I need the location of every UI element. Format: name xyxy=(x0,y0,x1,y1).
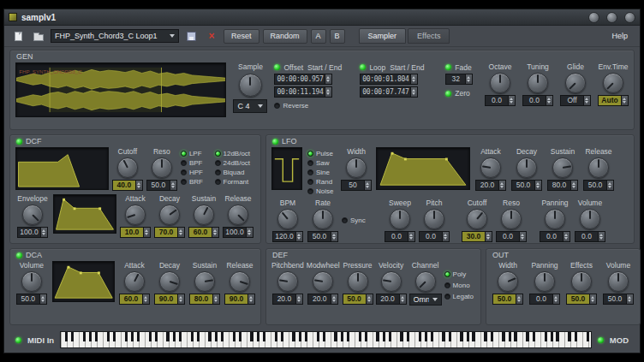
spin-arrows[interactable] xyxy=(465,74,472,84)
dcf-decay-spinbox[interactable]: 70.0 xyxy=(154,227,185,238)
dca-decay-spinbox[interactable]: 90.0 xyxy=(154,294,185,305)
dcf-sustain-spinbox[interactable]: 60.0 xyxy=(188,227,219,238)
dcf-type-bpf[interactable]: BPF xyxy=(181,158,212,167)
help-button[interactable]: Help xyxy=(605,30,635,42)
def-pressure-spinbox[interactable]: 50.0 xyxy=(343,294,373,305)
spin-arrows[interactable] xyxy=(364,181,371,190)
close-button[interactable] xyxy=(624,12,635,23)
spin-arrows[interactable] xyxy=(598,232,605,241)
envelope-handle[interactable] xyxy=(391,152,394,155)
dcf-slope-biquad[interactable]: Biquad xyxy=(215,168,256,176)
def-pitchbend-knob[interactable] xyxy=(277,271,298,292)
spin-arrows[interactable] xyxy=(626,294,633,304)
lfo-shape-sine[interactable]: Sine xyxy=(307,168,337,176)
dcf-slope-12db[interactable]: 12dB/oct xyxy=(215,149,256,157)
out-panning-spinbox[interactable]: 0.0 xyxy=(529,294,560,305)
spin-arrows[interactable] xyxy=(498,181,505,190)
spin-arrows[interactable] xyxy=(212,294,219,304)
dca-attack-spinbox[interactable]: 60.0 xyxy=(119,294,150,305)
spin-arrows[interactable] xyxy=(177,294,184,304)
spin-arrows[interactable] xyxy=(135,181,142,190)
octave-knob[interactable] xyxy=(490,73,510,93)
def-channel-combobox[interactable]: Omni xyxy=(409,294,442,306)
spin-arrows[interactable] xyxy=(143,228,150,237)
lfo-width-spinbox[interactable]: 50 xyxy=(341,180,372,191)
envelope-handle[interactable] xyxy=(404,158,407,161)
dca-attack-knob[interactable] xyxy=(124,271,145,292)
spin-arrows[interactable] xyxy=(508,96,515,105)
lfo-attack-spinbox[interactable]: 20.0 xyxy=(475,180,506,191)
spin-arrows[interactable] xyxy=(39,294,46,304)
lfo-attack-knob[interactable] xyxy=(480,157,501,178)
lfo-bpm-spinbox[interactable]: 120.0 xyxy=(272,231,303,242)
loop-start-spinbox[interactable]: 00:00:01.804 xyxy=(360,74,418,85)
lfo-led[interactable] xyxy=(272,139,278,145)
def-mode-poly[interactable]: Poly xyxy=(444,270,475,278)
lfo-shape-rand[interactable]: Rand xyxy=(307,177,337,186)
dcf-type-brf[interactable]: BRF xyxy=(181,177,212,186)
offset-end-spinbox[interactable]: 00:00:11.194 xyxy=(274,86,332,98)
spin-arrows[interactable] xyxy=(177,228,184,237)
lfo-shape-noise[interactable]: Noise xyxy=(307,187,337,195)
dcf-envelope-knob[interactable] xyxy=(22,205,43,225)
dca-volume-knob[interactable] xyxy=(21,271,42,292)
compare-b-button[interactable]: B xyxy=(330,29,345,44)
lfo-decay-knob[interactable] xyxy=(516,157,537,178)
spin-arrows[interactable] xyxy=(325,87,331,97)
tuning-spinbox[interactable]: 0.0 xyxy=(522,95,553,106)
spin-arrows[interactable] xyxy=(295,294,302,304)
out-volume-knob[interactable] xyxy=(608,271,629,292)
spin-arrows[interactable] xyxy=(142,294,149,304)
lfo-panning-spinbox[interactable]: 0.0 xyxy=(540,231,570,242)
dcf-attack-knob[interactable] xyxy=(125,205,146,225)
spin-arrows[interactable] xyxy=(246,228,253,237)
lfo-pitch-knob[interactable] xyxy=(424,209,444,229)
spin-arrows[interactable] xyxy=(170,181,176,190)
spin-arrows[interactable] xyxy=(410,74,417,84)
def-velocity-spinbox[interactable]: 20.0 xyxy=(376,294,407,305)
spin-arrows[interactable] xyxy=(212,228,218,237)
spin-arrows[interactable] xyxy=(546,96,552,105)
envtime-knob[interactable] xyxy=(603,73,623,93)
lfo-cutoff-spinbox[interactable]: 30.0 xyxy=(462,231,492,242)
spin-arrows[interactable] xyxy=(583,96,590,105)
reverse-checkbox[interactable]: Reverse xyxy=(274,101,353,110)
out-effects-knob[interactable] xyxy=(571,271,592,292)
preset-combobox[interactable]: FHP_Synth_Chord3_C Loop1 xyxy=(51,29,179,43)
spin-arrows[interactable] xyxy=(408,232,414,241)
spin-arrows[interactable] xyxy=(570,181,577,190)
dca-sustain-knob[interactable] xyxy=(194,271,215,292)
dcf-slope-24db[interactable]: 24dB/oct xyxy=(215,158,256,167)
dca-decay-knob[interactable] xyxy=(159,271,180,292)
lfo-width-knob[interactable] xyxy=(346,157,367,178)
spin-arrows[interactable] xyxy=(442,232,449,241)
spin-arrows[interactable] xyxy=(516,294,522,304)
spin-arrows[interactable] xyxy=(519,232,526,241)
envelope-handle[interactable] xyxy=(98,207,101,210)
dcf-type-lpf[interactable]: LPF xyxy=(181,149,212,157)
dcf-type-hpf[interactable]: HPF xyxy=(181,168,212,176)
lfo-sustain-knob[interactable] xyxy=(552,157,573,178)
dca-release-knob[interactable] xyxy=(230,271,250,292)
lfo-shape-saw[interactable]: Saw xyxy=(307,158,337,167)
lfo-release-knob[interactable] xyxy=(588,157,609,178)
dca-sustain-spinbox[interactable]: 80.0 xyxy=(189,294,220,305)
lfo-wave-display[interactable] xyxy=(271,147,302,190)
def-modwheel-spinbox[interactable]: 20.0 xyxy=(307,294,338,305)
lfo-rate-knob[interactable] xyxy=(313,209,333,229)
tab-effects[interactable]: Effects xyxy=(408,28,450,44)
def-modwheel-knob[interactable] xyxy=(313,271,333,292)
fade-toggle[interactable]: Fade xyxy=(445,63,471,72)
dca-envelope-display[interactable] xyxy=(52,261,115,302)
lfo-sweep-spinbox[interactable]: 0.0 xyxy=(385,231,415,242)
envelope-handle[interactable] xyxy=(80,272,82,275)
lfo-envelope-display[interactable] xyxy=(376,147,470,190)
lfo-bpm-knob[interactable] xyxy=(277,209,298,229)
dca-led[interactable] xyxy=(16,252,22,258)
delete-preset-button[interactable]: × xyxy=(203,28,220,45)
spin-arrows[interactable] xyxy=(295,232,302,241)
spin-arrows[interactable] xyxy=(563,232,569,241)
reset-button[interactable]: Reset xyxy=(224,29,259,44)
maximize-button[interactable] xyxy=(606,12,617,23)
spin-arrows[interactable] xyxy=(366,294,373,304)
